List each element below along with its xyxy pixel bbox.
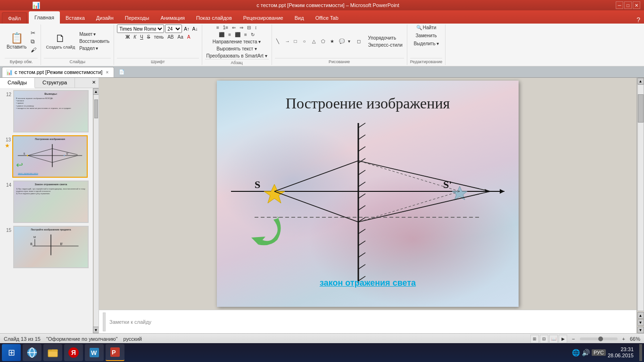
help-icon[interactable]: ?: [636, 16, 640, 24]
format-painter-button[interactable]: 🖌: [29, 46, 38, 54]
copy-button[interactable]: ⧉: [29, 38, 38, 45]
shape-oval-button[interactable]: ○: [302, 38, 310, 44]
shape-callout-button[interactable]: 💬: [338, 38, 346, 44]
select-button[interactable]: Выделить ▾: [412, 41, 440, 47]
notes-resize-handle[interactable]: [103, 313, 106, 331]
slide-item-14[interactable]: 14 Закон отражения света 1) Луч падающий…: [2, 181, 91, 223]
reading-view-button[interactable]: 📖: [549, 335, 558, 343]
tab-outline[interactable]: Структура: [35, 78, 75, 88]
layout-button[interactable]: Макет ▾: [78, 31, 111, 37]
panel-scroll-up[interactable]: ▲: [93, 88, 99, 95]
slide-sorter-button[interactable]: ⊟: [540, 335, 548, 343]
font-family-select[interactable]: Times New Roman: [117, 25, 164, 33]
doc-tab-close-button[interactable]: ×: [104, 69, 110, 75]
strikethrough-button[interactable]: S: [146, 34, 152, 40]
shape-star-button[interactable]: ★: [329, 38, 337, 44]
text-direction-button[interactable]: ↻: [249, 32, 256, 38]
section-button[interactable]: Раздел ▾: [78, 45, 111, 51]
notes-placeholder[interactable]: Заметки к слайду: [109, 319, 151, 325]
underline-button[interactable]: Ч: [139, 34, 145, 40]
font-color-button[interactable]: A: [186, 34, 192, 40]
tab-design[interactable]: Дизайн: [91, 12, 119, 24]
document-tab[interactable]: 📊 с тестом.ppt [Режим совместимости] ×: [2, 67, 114, 77]
font-size-increase-button[interactable]: A↑: [183, 26, 190, 32]
align-center-button[interactable]: ≡: [227, 32, 232, 38]
shape-arrow-button[interactable]: →: [284, 38, 292, 44]
text-direction-dropdown[interactable]: Направление текста ▾: [211, 39, 263, 45]
bullet-list-button[interactable]: ≡: [215, 25, 221, 31]
shadow-button[interactable]: тень: [152, 34, 165, 40]
scroll-down-button[interactable]: ▼: [637, 327, 644, 333]
numbered-list-button[interactable]: 1≡: [222, 25, 230, 31]
slide-thumb-15[interactable]: Постройте изображение предмета B M B': [13, 226, 89, 268]
slideshow-view-button[interactable]: ▶: [559, 335, 567, 343]
slide-item-12[interactable]: 12 Выводы: В плоском зеркале изображение…: [2, 90, 91, 132]
shape-triangle-button[interactable]: △: [311, 38, 319, 44]
panel-scroll-down[interactable]: ▼: [93, 327, 99, 333]
zoom-plus-button[interactable]: +: [621, 336, 626, 342]
find-button[interactable]: 🔍 Найти: [415, 25, 438, 31]
align-left-button[interactable]: ⬛: [217, 32, 226, 38]
more-shapes-button[interactable]: ▾: [347, 38, 355, 44]
convert-smartart-button[interactable]: Преобразовать в SmartArt ▾: [205, 53, 269, 59]
slide-thumb-12[interactable]: Выводы: В плоском зеркале изображение ВС…: [13, 90, 89, 132]
tab-slides[interactable]: Слайды: [0, 78, 35, 88]
line-spacing-button[interactable]: ↕: [253, 25, 258, 31]
decrease-indent-button[interactable]: ⇐: [231, 25, 237, 31]
char-spacing-button[interactable]: АВ: [166, 34, 175, 40]
start-button[interactable]: ⊞: [2, 344, 21, 361]
italic-button[interactable]: К: [132, 34, 138, 40]
slide-thumb-13[interactable]: Построение изображения S S': [12, 135, 88, 178]
shape-line-button[interactable]: ╲: [275, 38, 283, 44]
slide-item-15[interactable]: 15 Постройте изображение предмета B M B': [2, 226, 91, 268]
shape-pentagon-button[interactable]: ⬠: [320, 38, 328, 44]
slide-link-text[interactable]: закон отражения света: [320, 278, 416, 288]
scroll-track[interactable]: [637, 84, 644, 311]
tab-officetab[interactable]: Office Tab: [310, 12, 344, 24]
taskbar-word-button[interactable]: W: [85, 344, 104, 361]
keyboard-language[interactable]: РУС: [592, 349, 606, 356]
change-case-button[interactable]: Аа: [176, 34, 185, 40]
show-desktop-button[interactable]: [639, 344, 642, 361]
taskbar-ppt-button[interactable]: P: [106, 344, 124, 361]
zoom-slider[interactable]: [580, 337, 618, 340]
cut-button[interactable]: ✂: [29, 29, 38, 37]
panel-close-button[interactable]: ✕: [89, 78, 99, 88]
font-size-decrease-button[interactable]: A↓: [191, 26, 199, 32]
font-size-select[interactable]: 24: [165, 25, 182, 33]
minimize-button[interactable]: ─: [616, 1, 623, 9]
prev-page-button[interactable]: ▲: [637, 312, 644, 319]
panel-scroll-track[interactable]: [94, 95, 99, 327]
next-page-button[interactable]: ▼: [637, 319, 644, 326]
tab-insert[interactable]: Вставка: [60, 12, 91, 24]
bold-button[interactable]: Ж: [124, 34, 131, 40]
slide-right-scrollbar[interactable]: ▲ ▲ ▼ ▼: [636, 78, 644, 333]
slide-thumb-14[interactable]: Закон отражения света 1) Луч падающий, л…: [13, 181, 89, 223]
replace-button[interactable]: Заменить: [414, 33, 438, 39]
tab-view[interactable]: Вид: [289, 12, 310, 24]
taskbar-clock[interactable]: 23:31 28.06.2015: [608, 346, 634, 359]
new-tab-button[interactable]: 📄: [117, 68, 126, 75]
arrange-button[interactable]: Упорядочить: [367, 35, 404, 41]
main-slide[interactable]: Построение изображения: [217, 81, 519, 307]
slide-item-13[interactable]: 13 ★ Построение изображения: [2, 135, 91, 178]
zoom-minus-button[interactable]: −: [571, 336, 576, 342]
taskbar-explorer-button[interactable]: [43, 344, 62, 361]
maximize-button[interactable]: □: [624, 1, 632, 9]
tab-file[interactable]: Файл: [2, 12, 27, 24]
tab-home[interactable]: Главная: [29, 11, 60, 24]
align-text-button[interactable]: Выровнять текст ▾: [215, 46, 258, 52]
tab-animations[interactable]: Анимация: [155, 12, 190, 24]
normal-view-button[interactable]: ⊞: [530, 335, 539, 343]
tab-transitions[interactable]: Переходы: [119, 12, 155, 24]
panel-scrollbar[interactable]: ▲ ▼: [93, 88, 99, 333]
columns-button[interactable]: ⊟: [246, 25, 252, 31]
shape-extra1-button[interactable]: ◻: [355, 38, 364, 44]
align-right-button[interactable]: ⬛: [233, 32, 242, 38]
restore-button[interactable]: Восстановить: [78, 38, 111, 44]
paste-button[interactable]: 📋 Вставить: [5, 32, 28, 50]
quick-styles-button[interactable]: Экспресс-стили: [367, 42, 404, 48]
justify-button[interactable]: ≡: [243, 32, 248, 38]
tab-review[interactable]: Рецензирование: [238, 12, 289, 24]
scroll-up-button[interactable]: ▲: [637, 78, 644, 84]
